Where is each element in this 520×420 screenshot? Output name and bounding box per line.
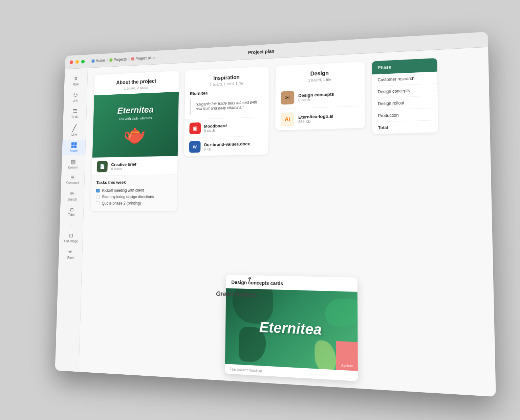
- inspiration-quote: "Organic fair trade teas infused with re…: [190, 96, 263, 115]
- docx-size: 8 KB: [204, 146, 250, 151]
- apricot-swatch: Apricot: [336, 341, 358, 371]
- logo-size: 838 KB: [298, 118, 333, 123]
- table-label: Table: [68, 213, 75, 216]
- breadcrumb-projects[interactable]: Projects: [110, 57, 127, 62]
- logo-name: Eternitea-logo.ai: [298, 113, 333, 119]
- window-title: Project plan: [248, 48, 275, 55]
- link-label: Link: [72, 99, 78, 102]
- task-check-1: ✓: [96, 189, 100, 192]
- green-goddess-label: Green Godess: [216, 290, 257, 299]
- card-about: About the project 1 board, 2 cards Etern…: [91, 71, 179, 211]
- todo-label: To-do: [71, 115, 79, 119]
- phase-panel: Phase Customer research Design concepts …: [372, 58, 438, 134]
- maximize-button[interactable]: [81, 60, 85, 63]
- docx-icon: W: [189, 141, 200, 153]
- table-icon: ⊟: [70, 208, 74, 212]
- home-dot-icon: [92, 59, 95, 63]
- sidebar-item-board[interactable]: Board: [62, 140, 85, 156]
- sidebar-item-table[interactable]: ⊟ Table: [60, 205, 84, 219]
- comment-icon: ☰: [71, 176, 75, 180]
- sidebar-item-link[interactable]: ⚇ Link: [64, 89, 87, 105]
- task-item-3[interactable]: Quote phase 2 (printing): [96, 200, 172, 207]
- add-image-label: Add Image: [64, 239, 78, 243]
- sep2: /: [128, 57, 129, 61]
- creative-brief-item[interactable]: 📄 Creative brief 0 cards: [92, 156, 177, 176]
- sidebar-item-column[interactable]: ▥ Column: [62, 156, 85, 172]
- sidebar-item-draw[interactable]: ✏ Draw: [59, 247, 82, 262]
- plan-label: Project plan: [135, 55, 155, 61]
- mac-window: Home / Projects / Project plan Project p…: [55, 32, 496, 397]
- sidebar-item-comment[interactable]: ☰ Comment: [61, 173, 84, 187]
- more-icon: ···: [70, 223, 73, 227]
- card-inspiration: Inspiration 1 board, 1 card, 1 file Eter…: [184, 66, 269, 156]
- breadcrumb-home[interactable]: Home: [92, 58, 105, 63]
- breadcrumb-plan[interactable]: Project plan: [131, 55, 155, 61]
- logo-info: Eternitea-logo.ai 838 KB: [298, 113, 333, 123]
- sidebar-item-todo[interactable]: ☰ To-do: [63, 106, 87, 121]
- column-label: Column: [68, 166, 78, 169]
- design-concepts-item[interactable]: ✂ Design concepts 0 cards: [275, 84, 365, 109]
- sidebar-item-more[interactable]: ···: [60, 220, 83, 230]
- app-body: ≡ Note ⚇ Link ☰ To-do ╱ Line Board: [55, 47, 496, 397]
- column-icon: ▥: [71, 159, 76, 165]
- task-item-1[interactable]: ✓ Kickoff meeting with client: [96, 187, 172, 194]
- task-item-2[interactable]: Start exploring design directions: [96, 193, 172, 200]
- task-check-2: [96, 195, 100, 199]
- design-header: Design 1 board, 1 file: [276, 62, 365, 88]
- projects-label: Projects: [114, 57, 127, 62]
- moodboard-name: Moodboard: [204, 123, 227, 129]
- teapot-icon: 🫖: [116, 122, 153, 145]
- sketch-label: Sketch: [68, 198, 77, 201]
- apricot-label: Apricot: [341, 364, 353, 368]
- eternitea-brand-text: Eternitea: [259, 319, 322, 338]
- ai-file-icon: Ai: [281, 113, 294, 126]
- link-icon: ⚇: [73, 92, 78, 98]
- moodboard-meta: 0 cards: [204, 128, 226, 132]
- sidebar-item-line[interactable]: ╱ Line: [63, 122, 86, 139]
- sidebar-item-add-image[interactable]: ⊡ Add Image: [59, 231, 83, 246]
- note-icon: ≡: [74, 76, 77, 81]
- task-text-2: Start exploring design directions: [102, 194, 154, 199]
- phase-total[interactable]: Total: [372, 120, 438, 134]
- moodboard-icon: ▣: [189, 122, 201, 134]
- moodboard-info: Moodboard 0 cards: [204, 123, 227, 133]
- line-label: Line: [71, 133, 77, 136]
- about-header: About the project 1 board, 2 cards: [94, 71, 179, 95]
- tasks-section: Tasks this week ✓ Kickoff meeting with c…: [91, 174, 177, 211]
- add-image-icon: ⊡: [69, 233, 73, 238]
- docx-item[interactable]: W Our-brand-values.docx 8 KB: [184, 136, 268, 156]
- sidebar-item-note[interactable]: ≡ Note: [64, 73, 88, 89]
- tasks-title: Tasks this week: [96, 179, 172, 185]
- moodboard-item[interactable]: ▣ Moodboard 0 cards: [184, 117, 268, 138]
- board-icon: [71, 142, 77, 148]
- comment-label: Comment: [66, 181, 79, 185]
- floating-card-image: Eternitea Apricot: [225, 288, 358, 371]
- brief-icon-symbol: 📄: [100, 164, 105, 169]
- about-tea-image: Eternitea Tea with daily vitamins 🫖: [92, 92, 179, 158]
- breadcrumb: Home / Projects / Project plan: [92, 55, 155, 63]
- sidebar-item-sketch[interactable]: ✏ Sketch: [61, 188, 84, 204]
- sep1: /: [107, 58, 108, 62]
- scissors-icon: ✂: [285, 94, 290, 101]
- todo-icon: ☰: [72, 108, 77, 114]
- design-concepts-icon: ✂: [281, 91, 294, 105]
- tea-image-content: Eternitea Tea with daily vitamins 🫖: [116, 104, 154, 146]
- phase-production[interactable]: Production: [372, 108, 438, 122]
- logo-item[interactable]: Ai Eternitea-logo.ai 838 KB: [275, 106, 365, 131]
- task-text-3: Quote phase 2 (printing): [102, 201, 141, 206]
- close-button[interactable]: [70, 60, 73, 64]
- projects-dot-icon: [110, 58, 113, 62]
- plan-dot-icon: [131, 57, 134, 61]
- main-content: About the project 1 board, 2 cards Etern…: [79, 47, 496, 397]
- note-label: Note: [73, 83, 79, 86]
- docx-name: Our-brand-values.docx: [204, 141, 250, 147]
- creative-brief-icon: 📄: [97, 161, 108, 172]
- design-concepts-info: Design concepts 0 cards: [298, 91, 334, 102]
- inspiration-header: Inspiration 1 board, 1 card, 1 file: [185, 66, 269, 91]
- docx-info: Our-brand-values.docx 8 KB: [204, 141, 250, 151]
- floating-design-concepts-card: Design concepts cards Eternitea Apricot …: [225, 275, 358, 381]
- word-icon-symbol: W: [193, 144, 197, 149]
- task-text-1: Kickoff meeting with client: [102, 188, 144, 193]
- minimize-button[interactable]: [75, 60, 79, 64]
- line-icon: ╱: [72, 125, 77, 132]
